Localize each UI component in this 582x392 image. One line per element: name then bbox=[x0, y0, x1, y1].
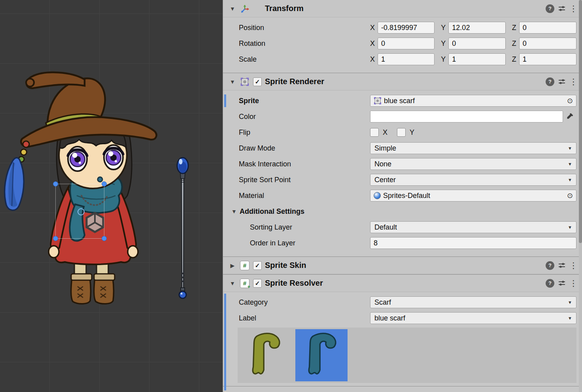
position-label: Position bbox=[239, 24, 370, 32]
component-title: Sprite Renderer bbox=[265, 77, 324, 86]
position-x-field[interactable] bbox=[378, 22, 435, 34]
sprite-sort-point-dropdown[interactable]: Center ▼ bbox=[370, 174, 576, 186]
sprite-sort-point-row: Sprite Sort Point Center ▼ bbox=[223, 172, 582, 188]
sorting-layer-row: Sorting Layer Default ▼ bbox=[223, 219, 582, 235]
selection-handle[interactable] bbox=[53, 236, 58, 241]
sprite-variant-strip bbox=[238, 328, 576, 383]
category-dropdown[interactable]: Scarf ▼ bbox=[370, 296, 576, 308]
staff-sprite[interactable] bbox=[171, 155, 195, 305]
pivot-handle[interactable] bbox=[77, 208, 85, 215]
sorting-layer-dropdown[interactable]: Default ▼ bbox=[370, 221, 576, 233]
object-picker-icon[interactable]: ⊙ bbox=[567, 192, 573, 199]
material-object-field[interactable]: Sprites-Default ⊙ bbox=[370, 190, 576, 202]
order-in-layer-row: Order in Layer bbox=[223, 235, 582, 251]
rotation-z-field[interactable] bbox=[519, 38, 576, 49]
help-icon[interactable]: ? bbox=[546, 279, 554, 288]
axis-y-label: Y bbox=[441, 40, 446, 48]
label-row: Label blue scarf ▼ bbox=[223, 310, 582, 326]
component-divider bbox=[223, 386, 582, 386]
sprite-resolver-header[interactable]: ▼ #+ ✓ Sprite Resolver ? ⋮ bbox=[223, 275, 582, 292]
boot-left bbox=[71, 274, 92, 304]
additional-settings-row[interactable]: ▼ Additional Settings bbox=[223, 204, 582, 219]
sprite-skin-header[interactable]: ▶ # ✓ Sprite Skin ? ⋮ bbox=[223, 257, 582, 274]
rotation-row: Rotation X Y Z bbox=[223, 36, 582, 51]
mask-interaction-row: Mask Interaction None ▼ bbox=[223, 156, 582, 172]
enabled-checkbox[interactable]: ✓ bbox=[253, 77, 262, 86]
position-z-field[interactable] bbox=[519, 22, 576, 34]
inspector-scrollbar[interactable] bbox=[579, 0, 582, 392]
sprite-sort-point-value: Center bbox=[374, 176, 396, 184]
axis-z-label: Z bbox=[512, 55, 516, 64]
presets-icon[interactable] bbox=[557, 4, 566, 13]
axis-z-label: Z bbox=[512, 40, 516, 48]
prefab-override-bar bbox=[224, 94, 226, 107]
unity-editor-window: ▼ Transform ? ⋮ P bbox=[0, 0, 582, 392]
boot-right bbox=[94, 274, 115, 304]
label-dropdown[interactable]: blue scarf ▼ bbox=[370, 312, 576, 324]
chevron-down-icon: ▼ bbox=[568, 300, 572, 305]
label-label: Label bbox=[239, 314, 370, 322]
axis-x-label: X bbox=[370, 55, 375, 64]
inspector-panel: ▼ Transform ? ⋮ P bbox=[223, 0, 582, 392]
transform-header[interactable]: ▼ Transform ? ⋮ bbox=[223, 0, 582, 17]
mask-interaction-dropdown[interactable]: None ▼ bbox=[370, 158, 576, 170]
sprite-resolver-body: Category Scarf ▼ Label blue scarf ▼ bbox=[223, 292, 582, 392]
sprite-skin-component: ▶ # ✓ Sprite Skin ? ⋮ bbox=[223, 256, 582, 274]
chevron-down-icon: ▼ bbox=[568, 316, 572, 320]
flip-x-label: X bbox=[383, 128, 387, 137]
flip-y-checkbox[interactable] bbox=[397, 128, 406, 137]
rotation-y-field[interactable] bbox=[448, 38, 505, 49]
label-value: blue scarf bbox=[374, 314, 405, 322]
help-icon[interactable]: ? bbox=[546, 261, 554, 270]
flip-x-checkbox[interactable] bbox=[370, 128, 379, 137]
rotation-label: Rotation bbox=[239, 40, 370, 48]
sprite-thumbnail-blue-scarf[interactable] bbox=[295, 329, 348, 381]
position-row: Position X Y Z bbox=[223, 20, 582, 36]
sprite-object-field[interactable]: blue scarf ⊙ bbox=[370, 95, 576, 107]
scale-label: Scale bbox=[239, 55, 370, 64]
category-value: Scarf bbox=[374, 298, 391, 307]
sprite-renderer-icon bbox=[240, 77, 250, 87]
kebab-menu-icon[interactable]: ⋮ bbox=[569, 261, 576, 270]
help-icon[interactable]: ? bbox=[546, 4, 554, 13]
sprite-object-name: blue scarf bbox=[384, 97, 565, 105]
presets-icon[interactable] bbox=[557, 279, 566, 288]
rotation-x-field[interactable] bbox=[378, 38, 435, 49]
object-picker-icon[interactable]: ⊙ bbox=[567, 97, 573, 104]
mask-interaction-value: None bbox=[374, 160, 391, 168]
draw-mode-dropdown[interactable]: Simple ▼ bbox=[370, 142, 576, 154]
presets-icon[interactable] bbox=[557, 77, 566, 86]
foldout-open-icon[interactable]: ▼ bbox=[229, 6, 236, 12]
chevron-down-icon: ▼ bbox=[568, 177, 572, 182]
material-row: Material Sprites-Default ⊙ bbox=[223, 188, 582, 204]
scale-z-field[interactable] bbox=[519, 53, 576, 65]
position-y-field[interactable] bbox=[448, 22, 505, 34]
scale-x-field[interactable] bbox=[378, 53, 435, 65]
color-swatch[interactable] bbox=[370, 111, 563, 122]
material-icon bbox=[374, 192, 381, 199]
eyedropper-icon[interactable] bbox=[563, 111, 576, 122]
selection-handle[interactable] bbox=[102, 236, 107, 241]
sprite-renderer-header[interactable]: ▼ ✓ Sprite Renderer ? ⋮ bbox=[223, 73, 582, 90]
scrollbar-thumb[interactable] bbox=[579, 0, 582, 243]
enabled-checkbox[interactable]: ✓ bbox=[253, 261, 262, 270]
sprite-thumbnail-green-scarf[interactable] bbox=[239, 329, 291, 381]
kebab-menu-icon[interactable]: ⋮ bbox=[569, 279, 576, 288]
enabled-checkbox[interactable]: ✓ bbox=[253, 279, 262, 288]
order-in-layer-field[interactable] bbox=[370, 237, 576, 249]
selection-handle[interactable] bbox=[102, 181, 107, 187]
kebab-menu-icon[interactable]: ⋮ bbox=[569, 4, 576, 13]
presets-icon[interactable] bbox=[557, 261, 566, 270]
help-icon[interactable]: ? bbox=[546, 77, 554, 86]
selection-handle[interactable] bbox=[53, 181, 58, 187]
kebab-menu-icon[interactable]: ⋮ bbox=[569, 77, 576, 86]
foldout-open-icon[interactable]: ▼ bbox=[229, 280, 236, 286]
scene-view[interactable] bbox=[0, 0, 223, 392]
material-label: Material bbox=[239, 192, 370, 200]
foldout-open-icon[interactable]: ▼ bbox=[229, 79, 236, 85]
scale-y-field[interactable] bbox=[448, 53, 505, 65]
color-row: Color bbox=[223, 109, 582, 124]
foldout-open-icon[interactable]: ▼ bbox=[230, 208, 238, 215]
additional-settings-label: Additional Settings bbox=[240, 207, 304, 216]
foldout-closed-icon[interactable]: ▶ bbox=[229, 262, 236, 269]
